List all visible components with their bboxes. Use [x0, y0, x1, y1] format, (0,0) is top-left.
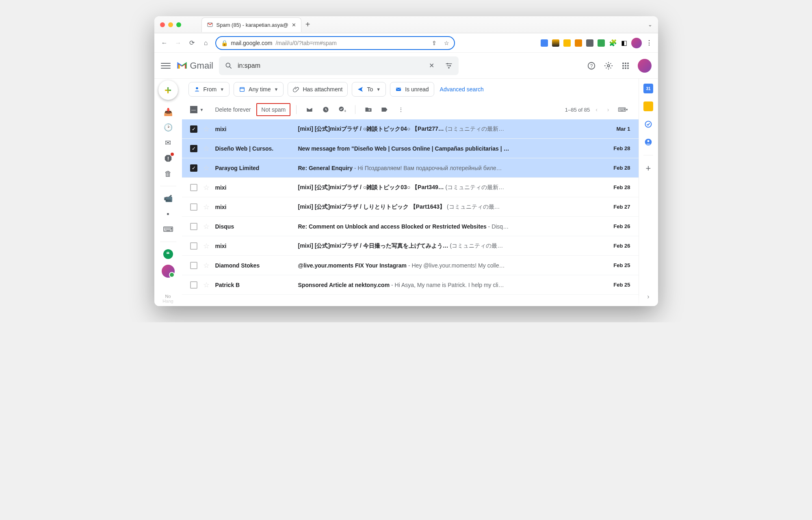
message-row[interactable]: ✓☆mixi[mixi] [公式]mixiプラザ / ○雑談トピック04○ 【P…: [182, 119, 639, 139]
header-actions: ?: [587, 59, 652, 73]
calendar-app-icon[interactable]: 31: [643, 84, 653, 93]
star-icon[interactable]: ☆: [203, 203, 210, 211]
hangouts-icon[interactable]: ❝: [163, 249, 173, 259]
filter-unread-chip[interactable]: Is unread: [390, 82, 434, 97]
message-row[interactable]: ☆DisqusRe: Comment on Unblock and access…: [182, 217, 639, 236]
meet-new-icon[interactable]: 📹: [163, 194, 173, 203]
row-checkbox[interactable]: ✓: [190, 164, 197, 172]
message-row[interactable]: ☆mixi[mixi] [公式]mixiプラザ / ○雑談トピック03○ 【Pa…: [182, 178, 639, 197]
account-avatar[interactable]: [638, 59, 652, 73]
row-checkbox[interactable]: [190, 184, 197, 191]
star-icon[interactable]: ☆: [203, 261, 210, 270]
side-panel-icon[interactable]: ◧: [621, 39, 627, 47]
select-all-checkbox[interactable]: —: [190, 106, 197, 113]
help-button[interactable]: ?: [587, 61, 596, 71]
message-row[interactable]: ✓☆Diseño Web | Cursos.New message from "…: [182, 139, 639, 158]
sender-name: Diseño Web | Cursos.: [215, 145, 292, 152]
delete-forever-button[interactable]: Delete forever: [211, 104, 255, 115]
browser-tab[interactable]: Spam (85) - karapetian.asya@ ✕: [201, 17, 301, 32]
hangouts-avatar[interactable]: [162, 265, 175, 278]
home-button[interactable]: ⌂: [201, 39, 210, 47]
row-checkbox[interactable]: [190, 203, 197, 211]
extension-icon[interactable]: [598, 39, 605, 47]
more-actions-icon[interactable]: ⋮: [396, 105, 406, 114]
advanced-search-link[interactable]: Advanced search: [440, 86, 484, 93]
labels-icon[interactable]: [380, 105, 390, 114]
fullscreen-window-button[interactable]: [176, 22, 181, 27]
close-window-button[interactable]: [160, 22, 165, 27]
kebab-menu-icon[interactable]: ⋮: [646, 39, 652, 47]
address-bar[interactable]: 🔒 mail.google.com/mail/u/0/?tab=rm#spam …: [215, 36, 455, 50]
gmail-m-icon: [176, 60, 188, 71]
star-icon[interactable]: ☆: [203, 183, 210, 192]
apps-grid-button[interactable]: [621, 61, 630, 71]
message-row[interactable]: ☆mixi[mixi] [公式]mixiプラザ / しりとりトピック 【Part…: [182, 197, 639, 217]
search-input[interactable]: in:spam ✕: [219, 56, 459, 75]
star-icon[interactable]: ☆: [203, 144, 210, 153]
back-button[interactable]: ←: [160, 39, 169, 47]
reload-button[interactable]: ⟳: [188, 39, 197, 47]
snooze-icon[interactable]: [321, 105, 331, 114]
extension-icon[interactable]: [575, 39, 582, 47]
compose-button[interactable]: +: [158, 80, 178, 100]
next-page-button[interactable]: ›: [603, 105, 613, 114]
row-checkbox[interactable]: [190, 281, 197, 289]
filter-attachment-chip[interactable]: Has attachment: [288, 82, 348, 97]
star-icon[interactable]: ☆: [203, 164, 210, 173]
star-icon[interactable]: ☆: [203, 222, 210, 231]
message-row[interactable]: ☆mixi[mixi] [公式]mixiプラザ / 今日撮った写真を上げてみよう…: [182, 236, 639, 256]
contacts-app-icon[interactable]: [643, 137, 653, 147]
svg-point-7: [607, 65, 610, 67]
profile-avatar[interactable]: [631, 38, 642, 48]
minimize-window-button[interactable]: [168, 22, 173, 27]
spam-icon[interactable]: !: [163, 153, 173, 163]
inbox-icon[interactable]: 📥: [163, 107, 173, 117]
share-icon[interactable]: ⇪: [432, 40, 437, 46]
filter-time-chip[interactable]: Any time▼: [234, 82, 284, 97]
message-row[interactable]: ☆Diamond Stokes@live.your.moments FIX Yo…: [182, 256, 639, 275]
extensions-puzzle-icon[interactable]: 🧩: [609, 39, 617, 47]
search-options-icon[interactable]: [445, 62, 453, 70]
row-checkbox[interactable]: ✓: [190, 125, 197, 133]
filter-from-chip[interactable]: From▼: [188, 82, 230, 97]
input-tools-icon[interactable]: ⌨▾: [618, 105, 628, 114]
meet-join-icon[interactable]: ▪: [163, 209, 173, 219]
settings-button[interactable]: [604, 61, 613, 71]
forward-button[interactable]: →: [174, 39, 183, 47]
select-dropdown-icon[interactable]: ▼: [200, 108, 204, 112]
main-menu-button[interactable]: [161, 61, 171, 71]
filter-to-chip[interactable]: To▼: [352, 82, 386, 97]
row-checkbox[interactable]: [190, 262, 197, 269]
hide-side-panel-button[interactable]: ›: [647, 293, 649, 300]
message-row[interactable]: ✓☆Parayog LimitedRe: General Enquiry - H…: [182, 158, 639, 178]
add-to-tasks-icon[interactable]: +: [337, 105, 347, 114]
new-tab-button[interactable]: +: [305, 20, 310, 29]
move-to-icon[interactable]: [364, 105, 373, 114]
gmail-logo[interactable]: Gmail: [176, 60, 213, 71]
get-addons-button[interactable]: +: [643, 164, 653, 173]
message-row[interactable]: ☆Patrick BSponsored Article at nektony.c…: [182, 275, 639, 295]
star-icon[interactable]: ☆: [203, 280, 210, 289]
row-checkbox[interactable]: ✓: [190, 145, 197, 152]
drafts-icon[interactable]: ✉: [163, 138, 173, 148]
extension-icon[interactable]: [552, 39, 559, 47]
tab-list-button[interactable]: ⌄: [648, 22, 652, 28]
keep-app-icon[interactable]: [643, 101, 653, 111]
snoozed-icon[interactable]: 🕑: [163, 123, 173, 132]
extension-icon[interactable]: [541, 39, 548, 47]
not-spam-button[interactable]: Not spam: [256, 103, 290, 116]
keyboard-icon[interactable]: ⌨: [163, 224, 173, 234]
bookmark-star-icon[interactable]: ☆: [444, 40, 449, 46]
prev-page-button[interactable]: ‹: [591, 105, 602, 114]
close-tab-button[interactable]: ✕: [292, 22, 296, 28]
row-checkbox[interactable]: [190, 242, 197, 250]
clear-search-button[interactable]: ✕: [429, 62, 434, 69]
mark-read-icon[interactable]: [305, 105, 314, 114]
trash-icon[interactable]: 🗑: [163, 169, 173, 179]
extension-icon[interactable]: [586, 39, 593, 47]
extension-icon[interactable]: [563, 39, 571, 47]
star-icon[interactable]: ☆: [203, 242, 210, 250]
row-checkbox[interactable]: [190, 223, 197, 230]
star-icon[interactable]: ☆: [203, 125, 210, 134]
tasks-app-icon[interactable]: [643, 119, 653, 129]
